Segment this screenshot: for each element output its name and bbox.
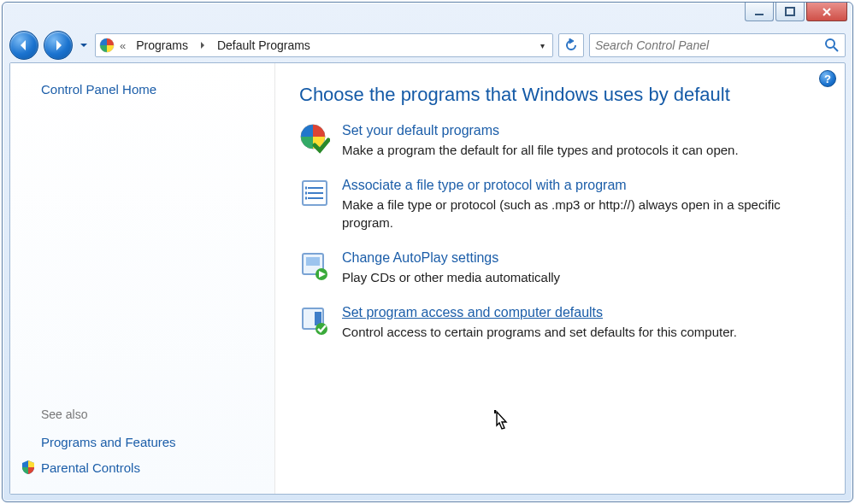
svg-line-4 [834, 47, 838, 51]
help-button[interactable]: ? [819, 70, 836, 87]
option-desc: Play CDs or other media automatically [342, 269, 824, 286]
option-link[interactable]: Set your default programs [342, 123, 499, 138]
navigation-bar: « Programs Default Programs ▾ [3, 28, 852, 62]
maximize-button[interactable] [775, 3, 805, 21]
control-panel-icon [99, 38, 115, 53]
svg-rect-10 [305, 187, 307, 190]
search-box[interactable] [589, 33, 846, 57]
nav-history-dropdown[interactable] [78, 38, 90, 53]
breadcrumb-separator-icon[interactable] [198, 42, 207, 49]
window-frame: « Programs Default Programs ▾ Control Pa… [2, 2, 853, 502]
uac-shield-icon [21, 460, 36, 475]
see-also-header: See also [41, 407, 274, 421]
address-bar[interactable]: « Programs Default Programs ▾ [95, 33, 553, 57]
link-label: Parental Controls [41, 460, 140, 475]
option-link[interactable]: Associate a file type or protocol with a… [342, 178, 627, 193]
back-button[interactable] [9, 31, 38, 60]
see-also-programs-features[interactable]: Programs and Features [41, 435, 274, 449]
search-input[interactable] [595, 38, 824, 52]
programs-check-icon [299, 123, 330, 154]
close-button[interactable] [806, 3, 847, 21]
svg-point-3 [826, 39, 834, 48]
option-autoplay: Change AutoPlay settings Play CDs or oth… [299, 250, 824, 286]
window-controls [743, 3, 847, 21]
option-link[interactable]: Change AutoPlay settings [342, 250, 498, 266]
link-label: Programs and Features [41, 435, 176, 449]
breadcrumb-overflow-icon[interactable]: « [120, 39, 126, 52]
option-associate-file-type: Associate a file type or protocol with a… [299, 178, 824, 231]
svg-rect-1 [786, 8, 794, 15]
page-title: Choose the programs that Windows uses by… [299, 84, 824, 106]
svg-rect-14 [306, 257, 320, 266]
sidebar: Control Panel Home See also Programs and… [10, 63, 275, 494]
svg-rect-0 [755, 14, 764, 15]
address-dropdown-icon[interactable]: ▾ [535, 41, 549, 50]
titlebar [3, 3, 852, 28]
program-access-icon [299, 305, 330, 336]
svg-rect-12 [305, 197, 307, 200]
option-link[interactable]: Set program access and computer defaults [342, 305, 603, 320]
refresh-button[interactable] [558, 33, 584, 57]
main-panel: ? Choose the programs that Windows uses … [275, 63, 845, 494]
content-area: Control Panel Home See also Programs and… [9, 62, 846, 495]
option-desc: Make a file type or protocol (such as .m… [342, 196, 824, 231]
search-icon[interactable] [824, 38, 840, 53]
minimize-button[interactable] [745, 3, 774, 21]
forward-button[interactable] [44, 31, 73, 60]
breadcrumb-current[interactable]: Default Programs [212, 36, 315, 55]
svg-rect-11 [305, 192, 307, 195]
see-also-parental-controls[interactable]: Parental Controls [41, 460, 274, 475]
breadcrumb-parent[interactable]: Programs [131, 36, 193, 55]
option-desc: Make a program the default for all file … [342, 142, 824, 159]
autoplay-icon [299, 250, 330, 281]
option-set-default-programs: Set your default programs Make a program… [299, 123, 824, 159]
option-desc: Control access to certain programs and s… [342, 324, 824, 341]
list-icon [299, 178, 330, 208]
control-panel-home-link[interactable]: Control Panel Home [41, 82, 274, 97]
option-program-access: Set program access and computer defaults… [299, 305, 824, 341]
